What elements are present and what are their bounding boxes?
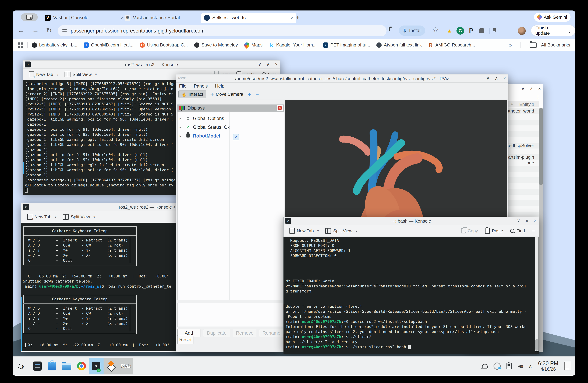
- show-desktop-button[interactable]: [564, 362, 571, 370]
- extensions-puzzle-icon[interactable]: [478, 27, 485, 35]
- bookmark[interactable]: Maps: [244, 42, 263, 48]
- tab-vastai-console[interactable]: V Vast.ai | Console ×: [42, 13, 126, 23]
- zoom-in-button[interactable]: +: [248, 91, 251, 97]
- tree-row-robotmodel[interactable]: ▸ RobotModel: [178, 132, 284, 140]
- reset-button[interactable]: Reset: [177, 335, 193, 344]
- rviz-titlebar[interactable]: RViz /home/user/ros2_ws/install/control_…: [176, 75, 508, 83]
- minimize-icon[interactable]: ∨: [486, 76, 489, 81]
- clock[interactable]: 6:30 PM 4/16/26: [538, 360, 558, 372]
- copy-button[interactable]: Copy: [461, 228, 478, 233]
- menu-item[interactable]: File: [179, 83, 187, 89]
- site-info-icon[interactable]: [62, 29, 67, 33]
- close-icon[interactable]: ×: [538, 86, 541, 91]
- bookmark[interactable]: benbalter/jekyll-b...: [32, 42, 77, 48]
- updates-icon[interactable]: ↑: [494, 363, 501, 369]
- scrollbar-thumb[interactable]: [539, 108, 543, 185]
- clipboard-nav-icon[interactable]: [389, 28, 390, 31]
- tab-search-button[interactable]: [21, 13, 38, 21]
- scrollbar-thumb[interactable]: [535, 339, 538, 351]
- duplicate-display-button[interactable]: Duplicate: [203, 329, 230, 337]
- new-tab-button[interactable]: New Tab∨: [27, 214, 57, 220]
- p-extension-icon[interactable]: P: [467, 27, 475, 35]
- maximize-icon[interactable]: ∧: [495, 76, 498, 81]
- browser-menu-icon[interactable]: ⋮: [567, 28, 572, 34]
- expander-icon[interactable]: ▸: [180, 125, 185, 129]
- split-view-button[interactable]: Split View∨: [63, 214, 96, 220]
- bookmark[interactable]: + OpenMD.com Heal...: [84, 42, 133, 48]
- volume-icon[interactable]: ◀)): [518, 364, 523, 369]
- displays-panel-header[interactable]: Displays ×: [177, 104, 284, 112]
- interact-tool-button[interactable]: ☝ Interact: [178, 91, 206, 98]
- bookmark[interactable]: R AMIGO Research...: [428, 42, 475, 48]
- zoom-out-button[interactable]: −: [255, 91, 259, 97]
- gazebo-menu-icon[interactable]: ⋮: [536, 94, 540, 100]
- hamburger-menu-icon[interactable]: ≡: [532, 228, 535, 234]
- clipboard-icon[interactable]: [506, 363, 512, 369]
- url-text[interactable]: passenger-profession-representations-gig…: [71, 28, 205, 34]
- robotmodel-checkbox[interactable]: ✓: [233, 134, 239, 140]
- bookmark[interactable]: O Using Bootstrap C...: [140, 42, 188, 48]
- move-camera-tool-button[interactable]: ✛ Move Camera: [210, 92, 243, 97]
- tree-row-global-options[interactable]: ▸ ⚙ Global Options: [178, 114, 284, 123]
- expander-icon[interactable]: ▸: [180, 134, 185, 138]
- konsole1-titlebar[interactable]: > ros2_ws : ros2 — Konsole ∨ ∧ ×: [23, 60, 280, 69]
- finish-update-button[interactable]: Finish update ⋮: [531, 25, 575, 36]
- new-tab-button[interactable]: New Tab∨: [290, 228, 319, 234]
- bash-terminal[interactable]: Request: REQUEST_DATA FROM_OUTPUT_PORT: …: [284, 237, 539, 354]
- close-icon[interactable]: ×: [534, 218, 536, 223]
- reload-button[interactable]: ↻: [46, 27, 52, 34]
- apps-grid-icon[interactable]: [18, 42, 23, 48]
- bash-scrollbar[interactable]: [535, 237, 539, 351]
- new-tab-button[interactable]: +: [296, 14, 299, 21]
- minimize-icon[interactable]: ∨: [258, 62, 261, 67]
- plus-icon[interactable]: +: [510, 102, 513, 107]
- close-icon[interactable]: ×: [503, 76, 506, 81]
- gazebo-task-button[interactable]: [104, 358, 118, 374]
- tree-row-global-status[interactable]: ▸ ✓ Global Status: Ok: [178, 123, 284, 132]
- profile-avatar[interactable]: [518, 27, 526, 36]
- new-tab-button[interactable]: New Tab∨: [29, 72, 59, 77]
- maximize-icon[interactable]: ∧: [525, 218, 528, 223]
- install-button[interactable]: ⇩ Install: [399, 25, 425, 36]
- tray-expand-icon[interactable]: ∧: [528, 363, 532, 369]
- grammarly-extension-icon[interactable]: G: [457, 27, 464, 35]
- close-panel-button[interactable]: ×: [277, 105, 283, 111]
- drive-extension-icon[interactable]: ▲: [446, 27, 453, 35]
- gazebo-scrollbar[interactable]: [539, 108, 543, 352]
- bookmark[interactable]: Save to Mendeley: [194, 42, 238, 48]
- ask-gemini-button[interactable]: Ask Gemini: [534, 13, 570, 22]
- back-button[interactable]: ←: [18, 27, 24, 34]
- side-panel-icon[interactable]: [495, 28, 496, 31]
- address-bar[interactable]: passenger-profession-representations-gig…: [58, 25, 386, 36]
- app-launcher-button[interactable]: ›: [15, 358, 30, 374]
- find-button[interactable]: Find: [510, 228, 525, 233]
- bookmark[interactable]: Atypon full text link: [376, 42, 422, 48]
- bookmarks-overflow-icon[interactable]: »: [509, 42, 512, 48]
- file-manager-button[interactable]: [60, 358, 74, 374]
- tab-vastai-portal[interactable]: ⚙ Vast.ai Instance Portal ×: [122, 13, 206, 23]
- paste-button[interactable]: Paste: [485, 228, 503, 234]
- bookmark-star-icon[interactable]: ☆: [432, 26, 439, 34]
- close-icon[interactable]: ×: [275, 62, 277, 67]
- konsole-task-button[interactable]: > +: [89, 358, 104, 374]
- minimize-icon[interactable]: ∨: [517, 218, 520, 223]
- menu-item[interactable]: Help: [215, 83, 224, 89]
- close-tab-icon[interactable]: ×: [291, 15, 294, 20]
- maximize-icon[interactable]: ∧: [530, 86, 533, 91]
- expander-icon[interactable]: ▸: [180, 116, 185, 121]
- split-view-button[interactable]: Split View∨: [325, 228, 358, 234]
- bookmark[interactable]: › PET imaging of tu...: [323, 42, 370, 48]
- maximize-icon[interactable]: ∧: [267, 62, 270, 67]
- menu-item[interactable]: Panels: [194, 83, 208, 89]
- notifications-icon[interactable]: [482, 364, 488, 368]
- forward-button[interactable]: →: [32, 27, 39, 34]
- rviz-task-button[interactable]: RViz: [118, 358, 133, 374]
- tab-selkies-active[interactable]: Selkies - webrtc ×: [201, 13, 296, 23]
- discover-button[interactable]: [45, 358, 60, 374]
- all-bookmarks-label[interactable]: All Bookmarks: [541, 42, 570, 48]
- split-view-button[interactable]: Split View∨: [64, 72, 97, 77]
- bookmark[interactable]: k Kaggle: Your Hom...: [269, 42, 316, 48]
- minimize-icon[interactable]: ∨: [521, 86, 525, 91]
- rename-display-button[interactable]: Rename: [259, 329, 284, 337]
- bash-titlebar[interactable]: > ~ : bash — Konsole ∨ ∧ ×: [284, 217, 539, 225]
